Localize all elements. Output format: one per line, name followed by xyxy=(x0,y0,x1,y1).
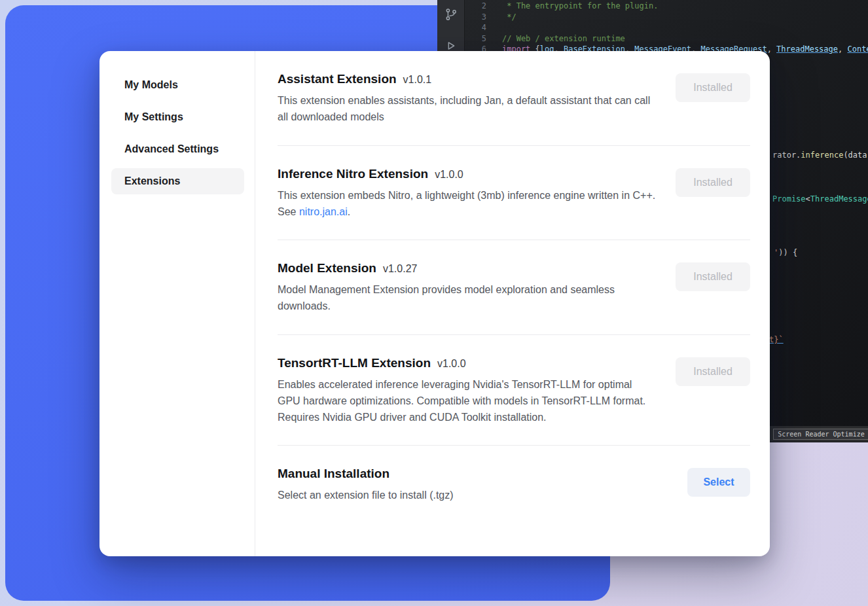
extension-name: Assistant Extensionv1.0.1 xyxy=(278,72,656,86)
code-text: // Web / extension runtime xyxy=(502,33,625,45)
installed-button[interactable]: Installed xyxy=(676,357,750,386)
select-file-button[interactable]: Select xyxy=(687,468,750,497)
manual-installation-title: Manual Installation xyxy=(278,467,454,481)
extension-version: v1.0.0 xyxy=(435,169,463,180)
installed-button[interactable]: Installed xyxy=(676,262,750,291)
extension-description: Model Management Extension provides mode… xyxy=(278,281,656,315)
nitro-link[interactable]: nitro.jan.ai xyxy=(299,206,348,217)
extension-name: Model Extensionv1.0.27 xyxy=(278,261,656,276)
extension-version: v1.0.1 xyxy=(403,74,432,85)
code-fragment: ')) { xyxy=(774,248,797,257)
manual-installation-description: Select an extension file to install (.tg… xyxy=(278,487,454,503)
code-line: 2 * The entrypoint for the plugin. xyxy=(465,1,868,12)
extension-description: This extension embeds Nitro, a lightweig… xyxy=(278,187,656,221)
code-area: 2 * The entrypoint for the plugin. 3 */ … xyxy=(465,1,868,55)
extension-version: v1.0.27 xyxy=(383,263,417,274)
extension-description: This extension enables assistants, inclu… xyxy=(278,92,656,126)
line-number: 4 xyxy=(465,22,486,33)
line-number: 3 xyxy=(465,12,486,23)
installed-button[interactable]: Installed xyxy=(676,73,750,102)
installed-button[interactable]: Installed xyxy=(676,168,750,197)
sidebar-item-advanced-settings[interactable]: Advanced Settings xyxy=(111,136,244,162)
extension-name: Inference Nitro Extensionv1.0.0 xyxy=(278,167,656,181)
extension-info: Manual Installation Select an extension … xyxy=(278,467,454,503)
extension-info: Inference Nitro Extensionv1.0.0 This ext… xyxy=(278,167,656,221)
code-line: 4 xyxy=(465,22,868,33)
extension-row-nitro: Inference Nitro Extensionv1.0.0 This ext… xyxy=(278,146,750,241)
sidebar-item-my-models[interactable]: My Models xyxy=(111,72,244,98)
line-number: 2 xyxy=(465,1,486,12)
extensions-list: Assistant Extensionv1.0.1 This extension… xyxy=(255,51,770,556)
source-control-icon[interactable] xyxy=(443,7,459,22)
extension-info: Model Extensionv1.0.27 Model Management … xyxy=(278,261,656,315)
settings-modal: My Models My Settings Advanced Settings … xyxy=(99,51,770,556)
extension-row-model: Model Extensionv1.0.27 Model Management … xyxy=(278,240,750,335)
code-line: 5 // Web / extension runtime xyxy=(465,33,868,45)
extension-version: v1.0.0 xyxy=(437,358,466,369)
extension-info: TensortRT-LLM Extensionv1.0.0 Enables ac… xyxy=(278,356,656,426)
code-fragment: Promise<ThreadMessage> xyxy=(772,194,868,204)
code-fragment: t}` xyxy=(769,335,784,344)
sidebar-item-my-settings[interactable]: My Settings xyxy=(111,104,244,130)
extension-row-assistant: Assistant Extensionv1.0.1 This extension… xyxy=(278,51,750,146)
extension-name: TensortRT-LLM Extensionv1.0.0 xyxy=(278,356,656,370)
manual-installation-row: Manual Installation Select an extension … xyxy=(278,446,750,523)
screen-reader-toast: Screen Reader Optimize xyxy=(773,429,868,440)
page-background: 2 * The entrypoint for the plugin. 3 */ … xyxy=(0,0,868,606)
code-text: * The entrypoint for the plugin. xyxy=(502,1,658,12)
extension-description: Enables accelerated inference leveraging… xyxy=(278,376,656,426)
code-fragment: rator.inference(data)); xyxy=(772,151,868,160)
sidebar-item-extensions[interactable]: Extensions xyxy=(111,168,244,194)
settings-sidebar: My Models My Settings Advanced Settings … xyxy=(99,51,255,556)
line-number: 5 xyxy=(465,33,486,45)
code-line: 3 */ xyxy=(465,12,868,23)
code-text: */ xyxy=(502,12,516,23)
extension-info: Assistant Extensionv1.0.1 This extension… xyxy=(278,72,656,126)
extension-row-tensorrt: TensortRT-LLM Extensionv1.0.0 Enables ac… xyxy=(278,335,750,446)
